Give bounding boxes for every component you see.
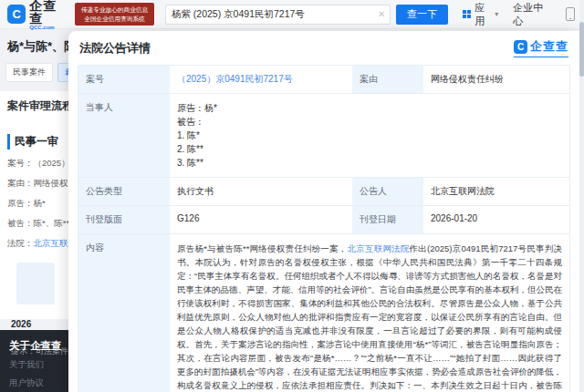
table-row: 刊登版面 G126 刊登日期 2026-01-20 [78,206,569,234]
table-row: 内容 原告杨*与被告陈**网络侵权责任纠纷一案，北京互联网法院作出(2025)京… [78,234,569,392]
qcc-logo-icon: C [7,5,26,24]
label-cause: 案由 [352,66,423,93]
label-content: 内容 [78,234,170,392]
search-button[interactable]: 查一下 [396,5,447,25]
party-plaintiff: 原告：杨* [177,101,562,115]
value-type: 执行文书 [170,178,352,205]
slogan-badge: 传递专业放心的商业信息 全国企业信用查询系统 [75,3,154,26]
qcc-logo-text: 企查查 QCC.com [29,0,69,30]
value-cause: 网络侵权责任纠纷 [423,66,569,93]
apps-grid-icon [463,10,472,19]
modal-qcc-logo: C 企查查 [514,38,568,57]
value-announcer: 北京互联网法院 [423,178,569,205]
slogan-line-1: 传递专业放心的商业信息 [81,5,148,14]
clear-search-icon[interactable]: ✕ [373,9,390,19]
label-type: 公告类型 [78,178,170,205]
search-input[interactable] [166,9,373,20]
label-page: 刊登版面 [78,206,170,233]
content-text-1: 原告杨*与被告陈**网络侵权责任纠纷一案， [177,243,348,253]
label-case-no: 案号 [78,66,170,93]
content-text-2: 作出(2025)京0491民初7217号民事判决书。本院认为，针对原告的名誉权侵… [177,243,562,392]
value-page: G126 [170,206,352,233]
page-scrollbar[interactable] [579,0,584,392]
party-defendant-3: 3. 陈** [177,156,562,170]
party-defendant-header: 被告： [177,115,562,129]
timeline-year: 2026 [11,319,31,329]
party-defendant-1: 1. 陈* [177,129,562,142]
slogan-line-2: 全国企业信用查询系统 [81,15,148,23]
label-announcer: 公告人 [352,178,423,205]
case-tabs: 民事案件 裁判文书 [5,63,78,82]
party-defendant-2: 2. 陈** [177,142,562,156]
label-parties: 当事人 [78,94,170,177]
value-case-no[interactable]: （2025）京0491民初7217号 [170,66,352,93]
background-page: 杨*与陈*、陈*等网络侵权责任纠纷 民事案件 裁判文书 案件审理流程图 民事一审… [0,29,78,392]
navbar-right: 应用 ▾ 企业中心 [448,1,575,28]
mobile-app-icon[interactable] [566,7,575,21]
modal-title: 法院公告详情 [79,40,151,57]
qcc-logo[interactable]: C 企查查 QCC.com [7,0,69,30]
modal-header: 法院公告详情 C 企查查 [68,31,579,63]
page-footer: 关于企查查 关于我们 用户协议 隐私政策 [0,330,78,392]
label-date: 刊登日期 [352,206,423,233]
apps-menu[interactable]: 应用 ▾ [463,1,499,28]
value-content: 原告杨*与被告陈**网络侵权责任纠纷一案，北京互联网法院作出(2025)京049… [170,234,569,392]
page: C 企查查 QCC.com 传递专业放心的商业信息 全国企业信用查询系统 ✕ 查… [0,0,584,392]
content-court-link[interactable]: 北京互联网法院 [348,243,410,253]
timeline-node[interactable] [16,263,55,304]
court-announcement-modal: 法院公告详情 C 企查查 案号 （2025）京0491民初7217号 案由 网络… [68,31,579,392]
top-navbar: C 企查查 QCC.com 传递专业放心的商业信息 全国企业信用查询系统 ✕ 查… [0,0,584,29]
table-row: 案号 （2025）京0491民初7217号 案由 网络侵权责任纠纷 [78,66,569,94]
chevron-down-icon: ▾ [495,10,498,18]
case-flow-card: 案件审理流程图 民事一审 案号：（2025）京0491民初7217号 案由：网络… [0,91,78,319]
value-parties: 原告：杨* 被告： 1. 陈* 2. 陈** 3. 陈** [170,94,569,177]
scrollbar-thumb[interactable] [579,22,584,77]
search-box[interactable]: ✕ [165,5,391,25]
modal-qcc-logo-icon: C [514,40,527,54]
table-row: 公告类型 执行文书 公告人 北京互联网法院 [78,178,569,206]
value-date: 2026-01-20 [423,206,569,233]
tab-civil-case[interactable]: 民事案件 [5,63,53,82]
announcement-table: 案号 （2025）京0491民初7217号 案由 网络侵权责任纠纷 当事人 原告… [78,65,570,392]
enterprise-center-link[interactable]: 企业中心 [513,1,551,28]
table-row: 当事人 原告：杨* 被告： 1. 陈* 2. 陈** 3. 陈** [78,94,569,178]
